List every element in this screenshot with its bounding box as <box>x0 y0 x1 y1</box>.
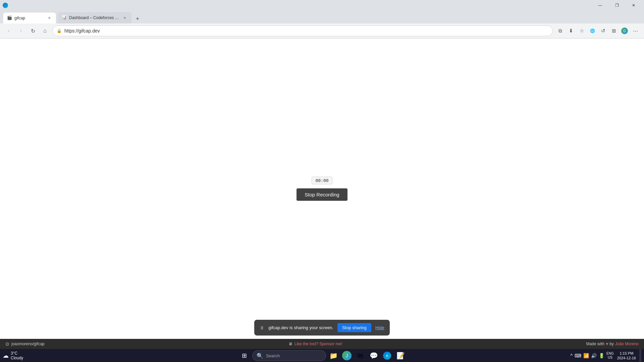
immersive-reader-button[interactable]: 🌐 <box>588 26 597 36</box>
taskbar-app-vscode[interactable]: 📝 <box>394 350 407 362</box>
downloads-button[interactable]: ⬇ <box>566 26 576 36</box>
taskbar-search[interactable]: 🔍 Search <box>252 350 326 361</box>
stop-sharing-button[interactable]: Stop sharing <box>337 323 371 332</box>
tab-favicon-codeforces: 📊 <box>62 15 67 20</box>
tab-title-gifcap: gifcap <box>14 16 45 20</box>
repo-link[interactable]: joaomoreno/gifcap <box>11 342 45 346</box>
profile-button[interactable]: G <box>620 26 629 36</box>
forward-button[interactable]: › <box>16 26 25 36</box>
clock[interactable]: 1:15 PM 2024-12-16 <box>614 351 639 361</box>
clock-date: 2024-12-16 <box>617 356 636 360</box>
weather-widget[interactable]: ☁ 3°C Cloudy <box>0 351 26 361</box>
taskbar: ☁ 3°C Cloudy ⊞ 🔍 Search 📁 J 🛍 💬 e <box>0 349 644 362</box>
clock-time: 1:15 PM <box>620 351 633 356</box>
close-button[interactable]: ✕ <box>626 0 641 11</box>
temperature-text: 3°C <box>11 351 23 356</box>
stop-recording-button[interactable]: Stop Recording <box>297 188 347 201</box>
footer-right: Made with ♥ by João Moreno <box>586 342 639 346</box>
search-text: Search <box>266 353 280 358</box>
tab-favicon-gifcap: 🎬 <box>7 15 12 21</box>
home-button[interactable]: ⌂ <box>40 26 50 36</box>
tray-network[interactable]: 📶 <box>583 353 589 358</box>
toolbar-icons: ⧉ ⬇ ☆ 🌐 ↺ ⊞ G ⋯ <box>555 26 640 36</box>
tray-volume[interactable]: 🔊 <box>591 353 597 358</box>
sharing-message: gifcap.dev is sharing your screen. <box>268 325 333 330</box>
search-icon: 🔍 <box>257 353 263 359</box>
extensions-button[interactable]: ⧉ <box>555 26 565 36</box>
tray-keyboard: ⌨ <box>575 353 581 358</box>
recording-timer: 00:00 <box>312 177 332 184</box>
title-bar: — ❐ ✕ <box>0 0 644 11</box>
favorites-button[interactable]: ☆ <box>577 26 586 36</box>
heart-icon: ♥ <box>606 342 608 346</box>
hide-button[interactable]: Hide <box>375 325 384 330</box>
address-bar[interactable]: 🔒 https://gifcap.dev <box>52 25 553 36</box>
footer-left: ⊙ joaomoreno/gifcap <box>5 341 45 347</box>
browser-logo <box>3 3 8 8</box>
sharing-popup: ⏸ gifcap.dev is sharing your screen. Sto… <box>254 320 389 336</box>
url-text: https://gifcap.dev <box>64 28 548 34</box>
sharing-pause-icon: ⏸ <box>260 325 264 330</box>
new-tab-button[interactable]: + <box>133 14 142 23</box>
by-text: by <box>609 342 614 346</box>
tab-gifcap[interactable]: 🎬 gifcap ✕ <box>3 12 56 23</box>
taskbar-app-store[interactable]: 🛍 <box>354 350 366 362</box>
show-desktop-button[interactable] <box>639 349 641 362</box>
taskbar-center: ⊞ 🔍 Search 📁 J 🛍 💬 e 📝 <box>237 349 407 362</box>
title-bar-left <box>3 3 8 8</box>
split-view-button[interactable]: ⊞ <box>609 26 619 36</box>
tray-chevron[interactable]: ^ <box>570 353 573 358</box>
start-button[interactable]: ⊞ <box>237 349 251 362</box>
author-link[interactable]: João Moreno <box>615 342 639 346</box>
taskbar-app-avatar[interactable]: J <box>341 350 353 362</box>
main-content: 00:00 Stop Recording ⏸ gifcap.dev is sha… <box>0 39 644 339</box>
maximize-button[interactable]: ❐ <box>609 0 625 11</box>
weather-icon: ☁ <box>3 352 9 359</box>
tab-title-codeforces: Dashboard – Codeforces Round... <box>69 15 120 20</box>
tab-close-codeforces[interactable]: ✕ <box>122 15 127 20</box>
menu-button[interactable]: ⋯ <box>631 26 640 36</box>
refresh-button[interactable]: ↻ <box>28 26 38 36</box>
tab-codeforces[interactable]: 📊 Dashboard – Codeforces Round... ✕ <box>58 12 131 23</box>
address-bar-row: ‹ › ↻ ⌂ 🔒 https://gifcap.dev ⧉ ⬇ ☆ 🌐 ↺ ⊞… <box>0 23 644 38</box>
taskbar-app-file-explorer[interactable]: 📁 <box>327 350 339 362</box>
github-icon: ⊙ <box>5 341 9 347</box>
footer-center: 🖥 Like the tool? Sponsor me! <box>288 342 342 346</box>
tab-bar: 🎬 gifcap ✕ 📊 Dashboard – Codeforces Roun… <box>0 11 644 23</box>
tray-battery[interactable]: 🔋 <box>599 353 604 358</box>
minimize-button[interactable]: — <box>592 0 608 11</box>
system-tray: ^ ⌨ 📶 🔊 🔋 ENGUS <box>570 352 613 360</box>
tray-lang[interactable]: ENGUS <box>606 352 614 360</box>
lock-icon: 🔒 <box>57 28 62 33</box>
taskbar-app-browser[interactable]: e <box>381 350 393 362</box>
back-button[interactable]: ‹ <box>4 26 13 36</box>
footer-bar: ⊙ joaomoreno/gifcap 🖥 Like the tool? Spo… <box>0 339 644 349</box>
title-bar-controls: — ❐ ✕ <box>592 0 641 11</box>
condition-text: Cloudy <box>11 356 23 360</box>
taskbar-app-discord[interactable]: 💬 <box>368 350 380 362</box>
sponsor-icon: 🖥 <box>288 342 292 346</box>
sync-button[interactable]: ↺ <box>598 26 608 36</box>
sharing-bar: ⏸ gifcap.dev is sharing your screen. Sto… <box>0 316 644 339</box>
tab-close-gifcap[interactable]: ✕ <box>47 15 52 21</box>
taskbar-right: ^ ⌨ 📶 🔊 🔋 ENGUS 1:15 PM 2024-12-16 <box>570 349 644 362</box>
sponsor-link[interactable]: Like the tool? Sponsor me! <box>294 342 342 346</box>
made-with-text: Made with <box>586 342 604 346</box>
